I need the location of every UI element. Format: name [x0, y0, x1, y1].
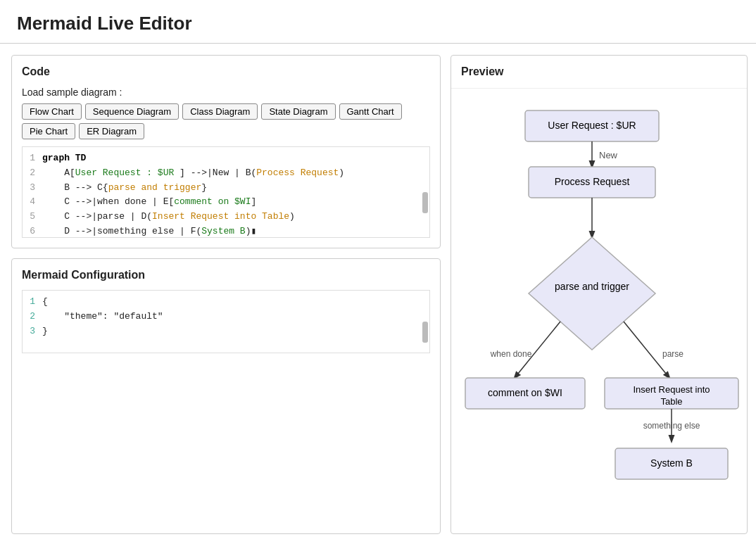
btn-gantt-chart[interactable]: Gantt Chart: [339, 103, 402, 120]
svg-marker-7: [529, 237, 655, 350]
app-title: Mermaid Live Editor: [17, 13, 739, 34]
btn-flow-chart[interactable]: Flow Chart: [22, 103, 82, 120]
btn-state-diagram[interactable]: State Diagram: [261, 103, 335, 120]
code-line-3: 3 B --> C{parse and trigger}: [25, 181, 427, 196]
config-line-2: 2 "theme": "default": [25, 310, 427, 324]
code-panel-title: Code: [22, 65, 430, 78]
svg-text:something else: something else: [643, 421, 700, 431]
svg-text:User Request : $UR: User Request : $UR: [548, 120, 636, 131]
scrollbar[interactable]: [422, 192, 428, 213]
svg-text:Insert Request into: Insert Request into: [633, 384, 710, 395]
btn-pie-chart[interactable]: Pie Chart: [22, 123, 75, 139]
code-line-4: 4 C -->|when done | E[comment on $WI]: [25, 195, 427, 210]
config-panel: Mermaid Configuration 1 { 2 "theme": "de…: [11, 258, 441, 534]
svg-text:Process Request: Process Request: [555, 176, 630, 187]
right-panel: Preview User Request : $UR New Process R…: [451, 55, 748, 534]
config-line-3: 3 }: [25, 324, 427, 339]
svg-text:System B: System B: [650, 457, 693, 469]
code-line-6: 6 D -->|something else | F(System B)▮: [25, 224, 427, 238]
svg-text:when done: when done: [490, 349, 532, 359]
main-layout: Code Load sample diagram : Flow Chart Se…: [0, 44, 756, 545]
left-panel: Code Load sample diagram : Flow Chart Se…: [11, 55, 441, 534]
svg-text:parse and trigger: parse and trigger: [555, 281, 629, 292]
code-line-2: 2 A[User Request : $UR ] -->|New | B(Pro…: [25, 166, 427, 181]
sample-buttons: Flow Chart Sequence Diagram Class Diagra…: [22, 103, 430, 139]
flowchart-svg: User Request : $UR New Process Request p…: [451, 103, 747, 519]
btn-sequence-diagram[interactable]: Sequence Diagram: [85, 103, 179, 120]
btn-er-diagram[interactable]: ER Diagram: [79, 123, 144, 139]
config-panel-title: Mermaid Configuration: [22, 269, 430, 281]
config-line-1: 1 {: [25, 295, 427, 310]
code-line-1: 1 graph TD: [25, 151, 427, 166]
svg-text:Table: Table: [660, 396, 682, 407]
load-label: Load sample diagram :: [22, 87, 430, 98]
preview-content: User Request : $UR New Process Request p…: [451, 89, 747, 533]
code-panel: Code Load sample diagram : Flow Chart Se…: [11, 55, 441, 248]
code-editor[interactable]: 1 graph TD 2 A[User Request : $UR ] -->|…: [22, 146, 430, 238]
preview-title: Preview: [451, 56, 747, 89]
svg-text:parse: parse: [662, 349, 683, 359]
app-header: Mermaid Live Editor: [0, 0, 756, 44]
svg-text:comment on $WI: comment on $WI: [488, 387, 562, 398]
btn-class-diagram[interactable]: Class Diagram: [182, 103, 258, 120]
config-editor[interactable]: 1 { 2 "theme": "default" 3 }: [22, 290, 430, 353]
svg-text:New: New: [599, 150, 618, 160]
code-line-5: 5 C -->|parse | D(Insert Request into Ta…: [25, 210, 427, 224]
config-scrollbar[interactable]: [422, 322, 428, 343]
